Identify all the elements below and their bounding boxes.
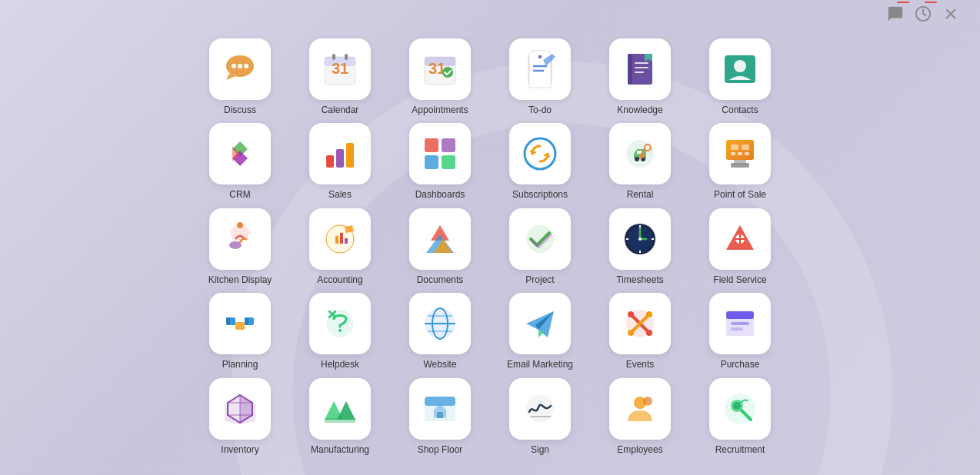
svg-rect-24 — [425, 138, 438, 152]
app-label-appointments: Appointments — [412, 105, 468, 115]
app-icon-website — [409, 293, 471, 354]
svg-point-42 — [237, 222, 243, 228]
app-label-kitchen-display: Kitchen Display — [208, 274, 272, 285]
app-documents[interactable]: Documents — [394, 208, 486, 285]
app-appointments[interactable]: 31 Appointments — [394, 38, 486, 115]
app-manufacturing[interactable]: Manufacturing — [294, 378, 386, 455]
app-icon-email-marketing — [509, 293, 571, 354]
app-project[interactable]: Project — [494, 208, 586, 285]
close-icon[interactable] — [940, 3, 962, 25]
app-icon-employees — [609, 378, 671, 440]
app-field-service[interactable]: Field Service — [694, 208, 786, 285]
svg-rect-69 — [726, 311, 754, 319]
activity-badge — [925, 2, 937, 3]
app-icon-shop-floor — [409, 378, 471, 440]
app-contacts[interactable]: Contacts — [694, 38, 786, 115]
svg-point-48 — [638, 238, 642, 241]
app-inventory[interactable]: Inventory — [194, 378, 286, 455]
app-planning[interactable]: Planning — [194, 293, 286, 370]
app-website[interactable]: Website — [394, 293, 486, 370]
messages-icon[interactable] — [885, 3, 906, 25]
app-calendar[interactable]: 31 Calendar — [294, 38, 386, 115]
svg-rect-41 — [731, 163, 749, 168]
app-icon-dashboards — [409, 123, 471, 184]
apps-grid: Discuss 31 Calendar 31 Appointments To-d… — [186, 31, 794, 463]
app-icon-events — [609, 293, 671, 354]
app-icon-helpdesk — [309, 293, 371, 354]
app-sign[interactable]: Sign — [494, 378, 586, 455]
svg-text:31: 31 — [332, 60, 348, 77]
app-point-of-sale[interactable]: Point of Sale — [694, 123, 786, 200]
app-label-sales: Sales — [328, 189, 352, 200]
app-helpdesk[interactable]: Helpdesk — [294, 293, 386, 370]
app-label-knowledge: Knowledge — [617, 105, 662, 115]
app-dashboards[interactable]: Dashboards — [394, 123, 486, 200]
svg-point-5 — [238, 64, 242, 68]
app-label-point-of-sale: Point of Sale — [714, 189, 766, 200]
app-icon-sign — [509, 378, 571, 440]
activity-icon[interactable] — [912, 3, 934, 25]
app-icon-planning — [209, 293, 271, 354]
svg-rect-10 — [332, 54, 335, 60]
svg-rect-34 — [726, 140, 754, 160]
app-icon-contacts — [709, 38, 771, 100]
app-recruitment[interactable]: Recruitment — [694, 378, 786, 455]
svg-rect-51 — [226, 317, 230, 325]
app-label-helpdesk: Helpdesk — [321, 359, 359, 370]
svg-rect-26 — [425, 155, 438, 169]
app-events[interactable]: Events — [594, 293, 686, 370]
app-label-rental: Rental — [627, 189, 654, 200]
app-crm[interactable]: CRM — [194, 123, 286, 200]
app-knowledge[interactable]: Knowledge — [594, 38, 686, 115]
svg-point-56 — [338, 329, 342, 332]
svg-rect-22 — [336, 149, 344, 168]
app-shop-floor[interactable]: Shop Floor — [394, 378, 486, 455]
svg-point-63 — [628, 311, 634, 317]
app-icon-kitchen-display — [209, 208, 271, 270]
svg-point-64 — [646, 330, 652, 336]
app-label-contacts: Contacts — [722, 105, 758, 115]
svg-rect-36 — [742, 144, 749, 150]
svg-point-20 — [734, 60, 746, 72]
app-kitchen-display[interactable]: Kitchen Display — [194, 208, 286, 285]
app-discuss[interactable]: Discuss — [194, 38, 286, 115]
app-subscriptions[interactable]: Subscriptions — [494, 123, 586, 200]
svg-rect-54 — [235, 322, 245, 330]
app-label-todo: To-do — [528, 105, 552, 115]
app-todo[interactable]: To-do — [494, 38, 586, 115]
app-label-website: Website — [423, 359, 456, 370]
svg-rect-25 — [442, 138, 455, 152]
app-rental[interactable]: Rental — [594, 123, 686, 200]
app-icon-appointments: 31 — [409, 38, 471, 100]
app-accounting[interactable]: Accounting — [294, 208, 386, 285]
app-icon-inventory — [209, 378, 271, 440]
app-icon-field-service — [709, 208, 771, 270]
app-timesheets[interactable]: Timesheets — [594, 208, 686, 285]
app-icon-discuss — [209, 38, 271, 100]
svg-rect-70 — [731, 322, 749, 325]
app-label-project: Project — [525, 274, 554, 285]
app-label-discuss: Discuss — [224, 105, 256, 115]
svg-rect-72 — [325, 418, 355, 423]
app-label-planning: Planning — [222, 359, 258, 370]
app-icon-manufacturing — [309, 378, 371, 440]
app-label-recruitment: Recruitment — [715, 444, 765, 455]
app-icon-point-of-sale — [709, 123, 771, 184]
app-sales[interactable]: Sales — [294, 123, 386, 200]
app-label-timesheets: Timesheets — [616, 274, 664, 285]
svg-point-66 — [628, 330, 634, 336]
app-label-email-marketing: Email Marketing — [507, 359, 573, 370]
app-employees[interactable]: Employees — [594, 378, 686, 455]
app-email-marketing[interactable]: Email Marketing — [494, 293, 586, 370]
svg-rect-11 — [345, 54, 348, 60]
messages-badge — [897, 2, 909, 3]
app-label-accounting: Accounting — [317, 274, 362, 285]
app-icon-subscriptions — [509, 123, 571, 184]
app-purchase[interactable]: Purchase — [694, 293, 786, 370]
svg-rect-38 — [738, 152, 742, 155]
app-label-crm: CRM — [229, 189, 250, 200]
app-label-calendar: Calendar — [322, 105, 359, 115]
app-label-sign: Sign — [531, 444, 549, 455]
app-label-documents: Documents — [417, 274, 464, 285]
app-label-dashboards: Dashboards — [415, 189, 465, 200]
